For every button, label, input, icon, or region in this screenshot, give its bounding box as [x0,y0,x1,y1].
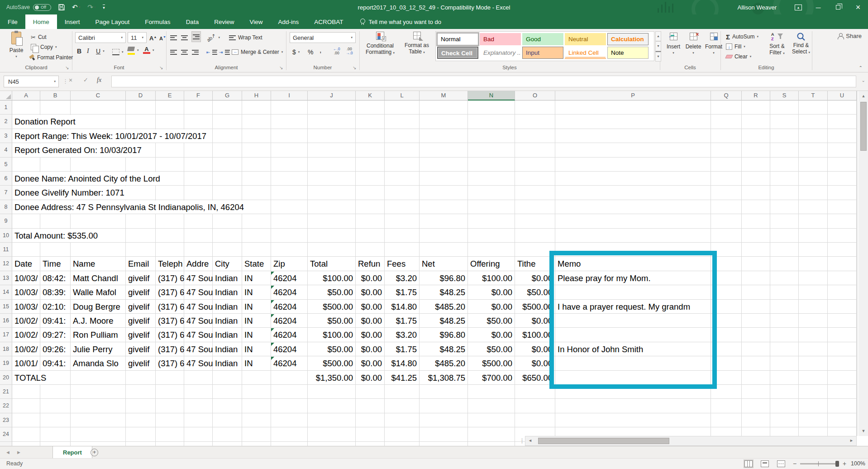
cell-D19[interactable]: givelif [126,357,156,370]
row-header-2[interactable]: 2 [0,115,12,129]
name-box[interactable]: N45▾ [4,76,59,87]
scroll-left-arrow[interactable]: ◄ [528,438,532,443]
column-header-Q[interactable]: Q [711,91,742,100]
row-header-7[interactable]: 7 [0,186,12,200]
cell-C14[interactable]: Walle Mafol [71,286,126,299]
zoom-slider-thumb[interactable] [835,461,839,467]
cell-M15[interactable]: $485.20 [420,300,468,313]
cell-D14[interactable]: givelif [126,286,156,299]
ribbon-tab-acrobat[interactable]: ACROBAT [306,14,351,29]
cell-L15[interactable]: $14.80 [385,300,420,313]
copy-button[interactable]: Copy▾ [31,42,57,52]
cell-I14[interactable]: 46204 [271,286,308,299]
cell-N16[interactable]: $50.00 [468,314,515,327]
zoom-in-button[interactable]: + [843,460,846,467]
tell-me-box[interactable]: Tell me what you want to do [360,14,441,29]
cell-L14[interactable]: $1.75 [385,286,420,299]
cell-K15[interactable]: $0.00 [356,300,385,313]
cell-A6[interactable]: Donee Name: Anointed City of the Lord [12,172,165,185]
row-header-16[interactable]: 16 [0,314,12,328]
cell-O16[interactable]: $0.00 [515,314,555,327]
cell-J12[interactable]: Total [308,257,356,270]
row-header-10[interactable]: 10 [0,229,12,243]
customize-qat-button[interactable]: ▾ [103,5,105,10]
cell-L18[interactable]: $1.75 [385,343,420,356]
cell-D13[interactable]: givelif [126,272,156,285]
column-header-N[interactable]: N [468,91,515,100]
column-header-S[interactable]: S [770,91,799,100]
style-chip-bad[interactable]: Bad [480,33,521,45]
cell-E15[interactable]: (317) 6 [156,300,184,313]
ribbon-tab-insert[interactable]: Insert [57,14,88,29]
column-header-G[interactable]: G [213,91,242,100]
horizontal-scroll-thumb[interactable] [538,438,669,444]
column-header-I[interactable]: I [271,91,308,100]
row-header-6[interactable]: 6 [0,172,12,186]
ribbon-tab-data[interactable]: Data [178,14,207,29]
cell-G14[interactable]: Indian [213,286,242,299]
clipboard-dialog-launcher[interactable]: ↘ [65,65,69,70]
row-header-14[interactable]: 14 [0,285,12,299]
row-header-19[interactable]: 19 [0,356,12,370]
cell-H12[interactable]: State [242,257,271,270]
decrease-indent-button[interactable]: ⇤ [206,47,217,57]
column-header-A[interactable]: A [12,91,40,100]
percent-style-button[interactable]: % [308,47,313,57]
column-header-L[interactable]: L [385,91,420,100]
cancel-button[interactable]: × [69,77,72,84]
cell-O19[interactable]: $0.00 [515,357,555,370]
cell-K12[interactable]: Refun [356,257,385,270]
column-header-C[interactable]: C [71,91,126,100]
cell-J13[interactable]: $100.00 [308,272,356,285]
cell-A15[interactable]: 10/03/ [12,300,40,313]
cell-F16[interactable]: 47 Sou [184,314,213,327]
cell-B15[interactable]: 02:10: [40,300,71,313]
ribbon-tab-add-ins[interactable]: Add-ins [270,14,306,29]
cell-M13[interactable]: $96.80 [420,272,468,285]
column-header-M[interactable]: M [420,91,468,100]
cell-I13[interactable]: 46204 [271,272,308,285]
cell-A3[interactable]: Report Range: This Week: 10/01/2017 - 10… [12,129,211,143]
cell-D17[interactable]: givelif [126,328,156,341]
cell-D12[interactable]: Email [126,257,156,270]
cell-L20[interactable]: $41.25 [385,371,420,384]
cell-N14[interactable]: $0.00 [468,286,515,299]
number-dialog-launcher[interactable]: ↘ [353,65,356,70]
cell-B16[interactable]: 09:41: [40,314,71,327]
cell-O14[interactable]: $50.00 [515,286,555,299]
gallery-more-button[interactable]: ▼ [655,51,661,62]
cell-M14[interactable]: $48.25 [420,286,468,299]
cell-C17[interactable]: Ron Pulliam [71,328,126,341]
cell-A13[interactable]: 10/03/ [12,272,40,285]
vertical-scroll-thumb[interactable] [860,102,867,151]
fill-color-button[interactable]: ▾ [128,45,139,55]
cell-H17[interactable]: IN [242,328,271,341]
cell-F12[interactable]: Addre [184,257,213,270]
cell-C12[interactable]: Name [71,257,126,270]
cell-D15[interactable]: givelif [126,300,156,313]
row-header-23[interactable]: 23 [0,413,12,427]
ribbon-tab-review[interactable]: Review [206,14,242,29]
cell-C16[interactable]: A.J. Moore [71,314,126,327]
cell-G15[interactable]: Indian [213,300,242,313]
cell-G17[interactable]: Indian [213,328,242,341]
cell-I18[interactable]: 46204 [271,343,308,356]
style-chip-note[interactable]: Note [607,47,649,59]
cell-F14[interactable]: 47 Sou [184,286,213,299]
column-header-D[interactable]: D [126,91,156,100]
cell-A7[interactable]: Donee Givelify Number: 1071 [12,186,129,199]
cell-D18[interactable]: givelif [126,343,156,356]
horizontal-scrollbar[interactable]: ◄ ► [525,436,857,446]
save-button[interactable] [58,4,65,10]
grow-font-button[interactable]: A▲ [149,33,157,43]
cell-K14[interactable]: $0.00 [356,286,385,299]
row-header-12[interactable]: 12 [0,257,12,271]
autosave-toggle[interactable]: AutoSave Off [6,4,51,11]
cut-button[interactable]: ✂Cut [31,32,47,42]
align-bottom-button[interactable] [192,32,200,42]
cell-L17[interactable]: $3.20 [385,328,420,341]
cell-M12[interactable]: Net [420,257,468,270]
cell-J19[interactable]: $500.00 [308,357,356,370]
cell-H18[interactable]: IN [242,343,271,356]
cell-C19[interactable]: Amanda Slo [71,357,126,370]
